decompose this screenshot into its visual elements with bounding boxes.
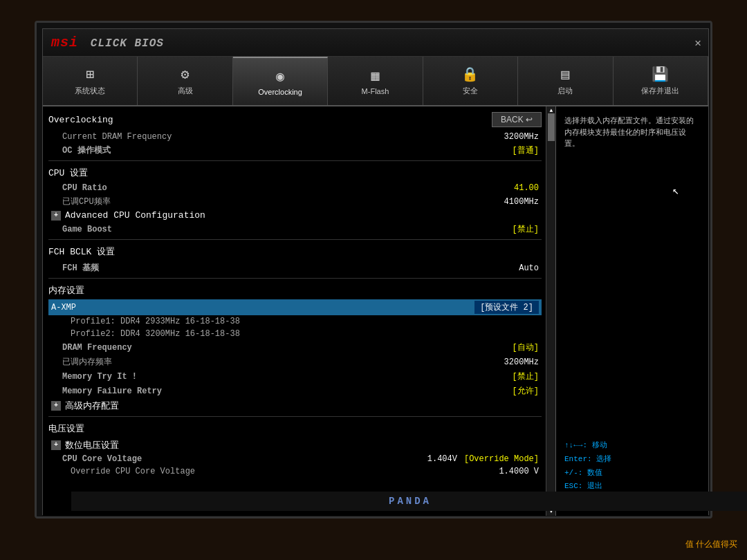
- oc-label: Overclocking: [258, 88, 302, 96]
- volt-section: 电压设置: [48, 422, 542, 435]
- key-plusminus: +/-: 数值: [564, 467, 700, 480]
- divider-1: [48, 160, 542, 161]
- main-content: BACK ↩ Overclocking Current DRAM Frequen…: [43, 106, 708, 516]
- nav-item-advanced[interactable]: ⚙ 高级: [138, 57, 232, 105]
- key-esc-text: ESC: 退出: [564, 482, 602, 490]
- security-icon: 🔒: [461, 66, 479, 83]
- adv-cpu-row[interactable]: + Advanced CPU Configuration: [48, 209, 542, 222]
- cpu-freq-value: 4100MHz: [504, 197, 539, 207]
- key-plusminus-text: +/-: 数值: [564, 469, 602, 477]
- mem-try-row[interactable]: Memory Try It ! [禁止]: [48, 369, 542, 384]
- override-volt-label: Override CPU Core Voltage: [51, 467, 195, 476]
- mem-fail-value: [允许]: [513, 385, 539, 397]
- dig-volt-text: 数位电压设置: [65, 439, 119, 451]
- nav-item-boot[interactable]: ▤ 启动: [518, 57, 613, 105]
- nav-bar: ⊞ 系统状态 ⚙ 高级 ◉ Overclocking ▦ M-Flash 🔒 安…: [43, 57, 708, 106]
- fch-base-row[interactable]: FCH 基频 Auto: [48, 261, 542, 275]
- boot-icon: ▤: [561, 66, 569, 83]
- dram-freq-value: 3200MHz: [504, 132, 539, 142]
- mem-fail-row[interactable]: Memory Failure Retry [允许]: [48, 384, 542, 398]
- section-title: Overclocking: [48, 115, 542, 125]
- nav-item-save[interactable]: 💾 保存并退出: [614, 57, 708, 105]
- adv-mem-row[interactable]: + 高级内存配置: [48, 398, 542, 413]
- scroll-thumb[interactable]: [548, 113, 555, 141]
- game-boost-label: Game Boost: [51, 225, 112, 234]
- expand-icon: +: [51, 211, 61, 221]
- cpu-core-volt-mode: [Override Mode]: [464, 454, 539, 464]
- fch-base-label: FCH 基频: [51, 262, 99, 274]
- content-inner: Overclocking Current DRAM Frequency 3200…: [43, 106, 555, 483]
- click-bios-label: CLICK BIOS: [91, 37, 164, 50]
- oc-mode-row[interactable]: OC 操作模式 [普通]: [48, 143, 542, 158]
- fch-base-value: Auto: [519, 263, 539, 273]
- axmp-row[interactable]: A-XMP [预设文件 2]: [48, 299, 542, 315]
- status-label: 系统状态: [75, 86, 105, 96]
- profile1-label: Profile1: DDR4 2933MHz 16-18-18-38: [51, 317, 240, 326]
- profile1-row: Profile1: DDR4 2933MHz 16-18-18-38: [48, 315, 542, 328]
- cpu-core-volt-row[interactable]: CPU Core Voltage 1.404V [Override Mode]: [48, 453, 542, 465]
- fch-section: FCH BCLK 设置: [48, 245, 542, 258]
- divider-2: [48, 239, 542, 240]
- cpu-core-volt-label: CPU Core Voltage: [51, 454, 142, 464]
- dig-volt-row[interactable]: + 数位电压设置: [48, 438, 542, 453]
- cpu-core-volt-values: 1.404V [Override Mode]: [427, 454, 539, 464]
- scrollbar[interactable]: ▲ ▼: [546, 106, 555, 516]
- mem-section: 内存设置: [48, 284, 542, 297]
- scroll-up[interactable]: ▲: [548, 108, 555, 113]
- mem-section-label: 内存设置: [48, 284, 84, 297]
- oc-icon: ◉: [276, 68, 284, 85]
- dig-volt-label: + 数位电压设置: [51, 439, 119, 451]
- advanced-icon: ⚙: [181, 66, 190, 83]
- watermark: 值 什么值得买: [685, 539, 737, 550]
- dram-freq-setting-label: DRAM Frequency: [51, 343, 132, 353]
- key-move: ↑↓←→: 移动: [564, 439, 700, 453]
- mflash-label: M-Flash: [362, 87, 389, 95]
- override-volt-row[interactable]: Override CPU Core Voltage 1.4000 V: [48, 465, 542, 478]
- monitor-bottom: PANDA: [71, 492, 747, 511]
- game-boost-row[interactable]: Game Boost [禁止]: [48, 222, 542, 236]
- mflash-icon: ▦: [371, 67, 379, 84]
- msi-brand: msi: [51, 35, 78, 50]
- mem-try-label: Memory Try It !: [51, 372, 137, 382]
- profile2-row: Profile2: DDR4 3200MHz 16-18-18-38: [48, 328, 542, 340]
- save-label: 保存并退出: [641, 86, 679, 96]
- back-label: BACK ↩: [501, 115, 533, 124]
- close-button[interactable]: ✕: [694, 36, 701, 50]
- cursor-area: ↖: [564, 156, 700, 433]
- nav-item-oc[interactable]: ◉ Overclocking: [233, 57, 328, 105]
- override-volt-value: 1.4000 V: [499, 467, 539, 476]
- cpu-ratio-value: 41.00: [514, 183, 539, 193]
- boot-label: 启动: [557, 86, 573, 96]
- cpu-ratio-label: CPU Ratio: [51, 183, 107, 193]
- status-icon: ⊞: [86, 66, 94, 83]
- help-text: 选择并载入内存配置文件。通过安装的内存模块支持最佳化的时序和电压设置。: [564, 115, 700, 149]
- divider-4: [48, 416, 542, 417]
- profile2-label: Profile2: DDR4 3200MHz 16-18-18-38: [51, 329, 240, 339]
- bios-window: msi CLICK BIOS ✕ ⊞ 系统状态 ⚙ 高级 ◉ Overclock…: [42, 28, 709, 515]
- adj-mem-freq-row: 已调内存频率 3200MHz: [48, 355, 542, 369]
- nav-item-security[interactable]: 🔒 安全: [423, 57, 518, 105]
- fch-section-label: FCH BCLK 设置: [48, 245, 115, 258]
- dram-freq-row[interactable]: Current DRAM Frequency 3200MHz: [48, 131, 542, 143]
- key-move-text: ↑↓←→: 移动: [564, 441, 607, 449]
- nav-item-mflash[interactable]: ▦ M-Flash: [328, 57, 423, 105]
- dram-freq-setting-row[interactable]: DRAM Frequency [自动]: [48, 340, 542, 355]
- adv-cpu-label: + Advanced CPU Configuration: [51, 210, 205, 221]
- key-enter: Enter: 选择: [564, 453, 700, 467]
- advanced-label: 高级: [178, 86, 193, 96]
- adj-mem-freq-value: 3200MHz: [504, 357, 539, 367]
- back-button[interactable]: BACK ↩: [492, 112, 542, 127]
- watermark-text: 值 什么值得买: [685, 539, 737, 549]
- save-icon: 💾: [652, 66, 669, 83]
- expand-volt-icon: +: [51, 440, 61, 450]
- cpu-ratio-row[interactable]: CPU Ratio 41.00: [48, 182, 542, 194]
- monitor-brand: PANDA: [389, 496, 432, 507]
- oc-mode-value: [普通]: [513, 144, 539, 156]
- cpu-section: CPU 设置: [48, 167, 542, 179]
- cpu-freq-row: 已调CPU频率 4100MHz: [48, 194, 542, 209]
- cpu-core-volt-v: 1.404V: [427, 454, 457, 464]
- bios-logo: msi CLICK BIOS: [51, 35, 164, 50]
- cpu-section-label: CPU 设置: [48, 167, 88, 179]
- oc-mode-label: OC 操作模式: [51, 144, 111, 156]
- nav-item-status[interactable]: ⊞ 系统状态: [43, 57, 138, 105]
